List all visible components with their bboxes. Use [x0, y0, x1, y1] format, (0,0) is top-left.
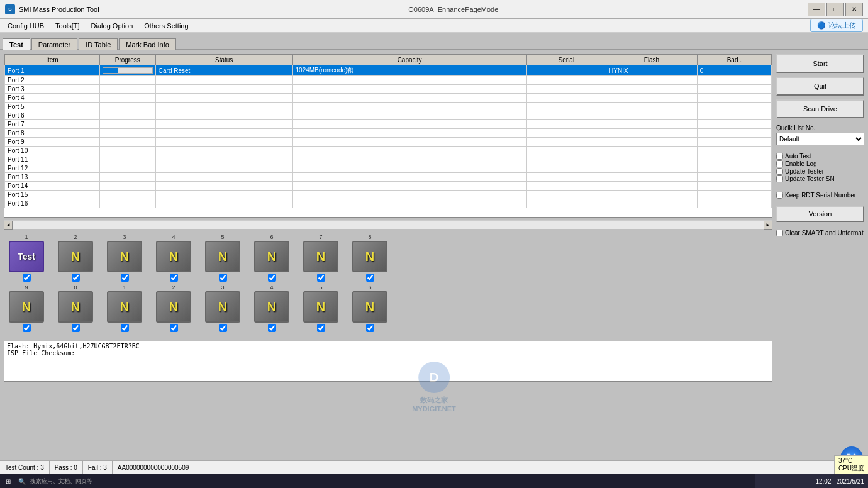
close-button[interactable]: ✕ [845, 3, 863, 16]
slot-checkbox[interactable] [317, 324, 325, 332]
start-menu-button[interactable]: ⊞ [3, 475, 14, 487]
checkbox-label: Update Tester SN [785, 175, 835, 182]
table-row: Port 12 [5, 164, 772, 173]
scan-drive-button[interactable]: Scan Drive [776, 99, 864, 118]
slot-checkbox[interactable] [366, 324, 374, 332]
slot-checkbox[interactable] [121, 324, 129, 332]
device-icon[interactable]: Test [9, 241, 44, 272]
cpu-temp-label: CPU温度 [838, 465, 864, 472]
main-content: Item Progress Status Capacity Serial Fla… [0, 50, 868, 455]
device-icon[interactable]: N [9, 291, 44, 323]
slot-number: 5 [319, 284, 322, 291]
version-button[interactable]: Version [776, 206, 864, 222]
cell-status [155, 120, 292, 129]
cell-serial [526, 76, 606, 85]
slot-checkbox[interactable] [72, 324, 80, 332]
slot-checkbox[interactable] [317, 274, 325, 282]
checkbox-input[interactable] [776, 175, 783, 182]
quick-list-label: Qucik List No. [776, 125, 864, 131]
checkbox-row[interactable]: Update Tester SN [776, 175, 864, 182]
slot-checkbox[interactable] [121, 274, 129, 282]
cell-bad [697, 129, 771, 138]
slot-checkbox[interactable] [219, 274, 227, 282]
device-icon[interactable]: N [205, 291, 240, 323]
device-letter: N [71, 250, 80, 264]
cell-flash [606, 155, 698, 164]
table-row: Port 4 [5, 94, 772, 103]
upload-button[interactable]: 🔵 论坛上传 [810, 19, 863, 32]
keep-rdt-checkbox[interactable] [776, 192, 783, 199]
device-icon[interactable]: N [254, 291, 289, 323]
col-bad: Bad . [697, 55, 771, 65]
start-button[interactable]: Start [776, 54, 864, 73]
menu-others-setting[interactable]: Others Setting [139, 21, 193, 31]
device-icon[interactable]: N [107, 241, 142, 272]
checkbox-input[interactable] [776, 160, 783, 167]
table-row: Port 6 [5, 111, 772, 120]
quick-list-dropdown[interactable]: Default [776, 133, 864, 145]
cell-bad [697, 103, 771, 111]
slot-checkbox[interactable] [170, 274, 178, 282]
clear-smart-checkbox[interactable] [776, 230, 783, 236]
slot-checkbox[interactable] [170, 324, 178, 332]
minimize-button[interactable]: — [808, 3, 825, 16]
device-icon[interactable]: N [156, 291, 191, 323]
cell-capacity [292, 191, 526, 199]
tab-parameter[interactable]: Parameter [31, 38, 77, 50]
scroll-right-arrow[interactable]: ► [764, 221, 772, 230]
upload-icon: 🔵 [817, 21, 826, 30]
slot-checkbox[interactable] [268, 324, 276, 332]
clear-smart-label-row[interactable]: Clear SMART and Unformat [776, 230, 864, 236]
col-serial: Serial [526, 55, 606, 65]
device-icon[interactable]: N [156, 241, 191, 272]
menu-config-hub[interactable]: Config HUB [3, 21, 49, 31]
menu-dialog-option[interactable]: Dialog Option [86, 21, 138, 31]
keep-rdt-label-row[interactable]: Keep RDT Serial Number [776, 192, 864, 199]
cell-flash [606, 173, 698, 182]
scroll-track[interactable] [13, 221, 764, 229]
cell-flash: HYNIX [606, 65, 698, 76]
device-icon[interactable]: N [352, 241, 387, 272]
checkbox-row[interactable]: Enable Log [776, 160, 864, 167]
col-item: Item [5, 55, 100, 65]
checkbox-row[interactable]: Update Tester [776, 168, 864, 175]
device-icon[interactable]: N [352, 291, 387, 323]
search-button[interactable]: 🔍 [16, 475, 28, 487]
log-line: Flash: Hynix,64Gbit,H27UCGBT2ETR?BC [7, 343, 769, 350]
device-icon[interactable]: N [58, 241, 93, 272]
cell-bad [697, 182, 771, 191]
device-icon[interactable]: N [303, 241, 338, 272]
device-letter: N [267, 250, 276, 264]
cell-bad [697, 199, 771, 208]
quit-button[interactable]: Quit [776, 77, 864, 96]
checkbox-input[interactable] [776, 153, 783, 160]
slot-checkbox[interactable] [268, 274, 276, 282]
device-letter: N [365, 250, 374, 264]
tab-id-table[interactable]: ID Table [79, 38, 118, 50]
log-area[interactable]: Flash: Hynix,64Gbit,H27UCGBT2ETR?BCISP F… [4, 341, 772, 382]
slot-checkbox[interactable] [219, 324, 227, 332]
device-icon[interactable]: N [58, 291, 93, 323]
slot-number: 0 [74, 284, 77, 291]
maximize-button[interactable]: □ [826, 3, 844, 16]
slot-checkbox[interactable] [366, 274, 374, 282]
tab-test[interactable]: Test [3, 38, 30, 50]
menu-tools[interactable]: Tools[T] [50, 21, 85, 31]
cell-progress [99, 164, 155, 173]
app-icon: S [5, 4, 15, 14]
slot-checkbox[interactable] [23, 324, 31, 332]
device-icon[interactable]: N [205, 241, 240, 272]
checkbox-row[interactable]: Auto Test [776, 153, 864, 160]
slot-checkbox[interactable] [23, 274, 31, 282]
device-letter: N [169, 300, 178, 314]
scroll-left-arrow[interactable]: ◄ [4, 221, 13, 230]
fail-segment: Fail : 3 [83, 461, 113, 474]
checkbox-input[interactable] [776, 168, 783, 175]
device-icon[interactable]: N [254, 241, 289, 272]
slot-checkbox[interactable] [72, 274, 80, 282]
tab-mark-bad-info[interactable]: Mark Bad Info [119, 38, 175, 50]
device-letter: N [316, 250, 325, 264]
device-icon[interactable]: N [303, 291, 338, 323]
device-slot: 4N [249, 284, 294, 332]
device-icon[interactable]: N [107, 291, 142, 323]
